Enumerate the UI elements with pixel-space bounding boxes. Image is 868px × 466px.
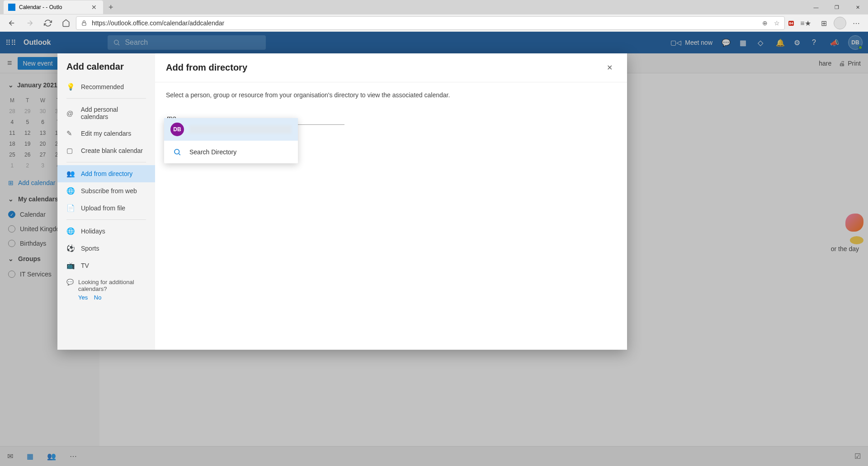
window-controls: — ❐ ✕ [806, 0, 868, 14]
tab-bar: Calendar - - Outlo ✕ + — ❐ ✕ [0, 0, 868, 14]
refresh-button[interactable] [40, 15, 56, 31]
feedback-icon: 💬 [66, 279, 74, 301]
people-icon: 👥 [66, 170, 75, 178]
blank-icon: ▢ [66, 147, 75, 155]
modal-nav-edit-my-calendars[interactable]: ✎Edit my calendars [57, 125, 155, 142]
address-bar: https://outlook.office.com/calendar/addc… [0, 14, 868, 32]
globe2-icon: 🌐 [66, 227, 75, 235]
ball-icon: ⚽ [66, 244, 75, 252]
modal-nav-upload-from-file[interactable]: 📄Upload from file [57, 200, 155, 217]
feedback-yes-link[interactable]: Yes [78, 294, 88, 301]
modal-nav-subscribe-from-web[interactable]: 🌐Subscribe from web [57, 182, 155, 200]
globe-icon: 🌐 [66, 187, 75, 195]
back-button[interactable] [4, 15, 20, 31]
add-calendar-modal: Add calendar 💡Recommended@Add personal c… [57, 53, 627, 350]
url-text: https://outlook.office.com/calendar/addc… [92, 19, 224, 27]
modal-nav-sports[interactable]: ⚽Sports [57, 240, 155, 257]
extension-icon[interactable]: 84 [787, 19, 796, 28]
close-window-button[interactable]: ✕ [847, 0, 868, 14]
modal-nav-add-personal-calendars[interactable]: @Add personal calendars [57, 101, 155, 125]
svg-point-2 [175, 149, 179, 154]
new-tab-button[interactable]: + [103, 3, 119, 12]
modal-nav-panel: Add calendar 💡Recommended@Add personal c… [57, 53, 155, 350]
tab-close-button[interactable]: ✕ [90, 4, 99, 11]
add-page-icon[interactable]: ⊕ [762, 19, 768, 27]
tv-icon: 📺 [66, 262, 75, 270]
directory-description: Select a person, group or resource from … [166, 91, 616, 99]
upload-icon: 📄 [66, 204, 75, 212]
browser-chrome: Calendar - - Outlo ✕ + — ❐ ✕ https://out… [0, 0, 868, 32]
edit-icon: ✎ [66, 129, 75, 138]
modal-nav-title: Add calendar [57, 53, 155, 78]
search-result-item[interactable]: DB [164, 118, 298, 141]
favorites-button[interactable]: ≡★ [797, 15, 814, 31]
svg-rect-0 [82, 23, 86, 25]
tab-favicon-icon [8, 4, 15, 11]
at-icon: @ [66, 109, 75, 117]
modal-nav-holidays[interactable]: 🌐Holidays [57, 223, 155, 240]
search-results-dropdown: DB Search Directory [164, 118, 298, 163]
modal-nav-create-blank-calendar[interactable]: ▢Create blank calendar [57, 142, 155, 159]
modal-content-panel: Add from directory ✕ Select a person, gr… [155, 53, 627, 350]
forward-button[interactable] [22, 15, 38, 31]
collections-button[interactable]: ⊞ [816, 15, 832, 31]
lightbulb-icon: 💡 [66, 83, 75, 91]
favorite-icon[interactable]: ☆ [774, 19, 780, 27]
feedback-no-link[interactable]: No [94, 294, 102, 301]
profile-button[interactable] [834, 17, 846, 29]
modal-nav-add-from-directory[interactable]: 👥Add from directory [57, 165, 155, 182]
maximize-button[interactable]: ❐ [826, 0, 847, 14]
browser-tab[interactable]: Calendar - - Outlo ✕ [4, 0, 103, 14]
lock-icon [81, 20, 87, 26]
browser-menu-button[interactable]: ⋯ [848, 15, 864, 31]
modal-nav-recommended[interactable]: 💡Recommended [57, 78, 155, 95]
modal-nav-tv[interactable]: 📺TV [57, 257, 155, 274]
modal-close-button[interactable]: ✕ [603, 62, 616, 74]
search-icon [170, 145, 184, 159]
url-input[interactable]: https://outlook.office.com/calendar/addc… [76, 16, 785, 30]
modal-content-title: Add from directory [166, 62, 247, 73]
home-button[interactable] [58, 15, 74, 31]
result-avatar: DB [170, 123, 184, 136]
feedback-prompt: 💬 Looking for additional calendars? Yes … [57, 274, 155, 305]
result-name-redacted [189, 125, 292, 133]
search-directory-button[interactable]: Search Directory [164, 141, 298, 163]
minimize-button[interactable]: — [806, 0, 826, 14]
tab-title: Calendar - - Outlo [19, 4, 62, 10]
